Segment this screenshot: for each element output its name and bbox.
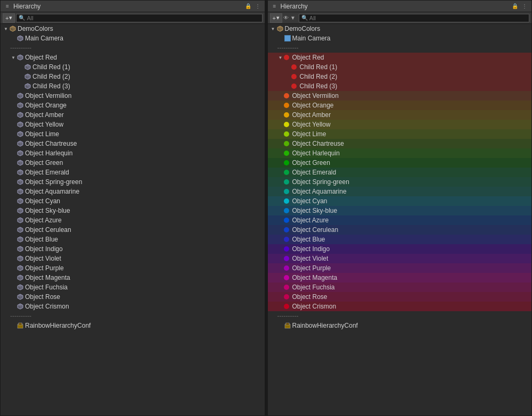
tree-item[interactable]: Child Red (1) (268, 62, 532, 72)
tree-item[interactable]: Object Crismon (1, 302, 265, 311)
tree-item[interactable]: Object Rose (268, 292, 532, 302)
cube-icon (24, 63, 31, 71)
expand-arrow[interactable] (277, 54, 284, 61)
tree-item[interactable]: Object Fuchsia (268, 282, 532, 292)
tree-item[interactable]: Object Orange (268, 101, 532, 110)
cube-icon (17, 130, 24, 138)
item-label: Object Crismon (25, 303, 69, 310)
cube-icon (17, 226, 24, 234)
right-menu-icon[interactable]: ≡ (271, 3, 279, 10)
tree-item[interactable]: Main Camera (268, 34, 532, 43)
tree-item[interactable]: Object Amber (268, 110, 532, 120)
tree-item[interactable]: Object Vermilion (1, 91, 265, 101)
tree-item[interactable]: Object Purple (268, 263, 532, 273)
color-dot-icon (284, 255, 291, 262)
item-label: Object Emerald (25, 169, 69, 176)
tree-item[interactable]: Object Vermilion (268, 91, 532, 101)
expand-arrow[interactable] (10, 54, 17, 61)
cube-icon (17, 264, 24, 272)
tree-item[interactable]: Object Amber (1, 110, 265, 120)
right-lock-icon[interactable]: 🔒 (511, 3, 519, 10)
tree-item[interactable]: Object Indigo (1, 244, 265, 254)
tree-item[interactable]: Child Red (2) (268, 72, 532, 81)
right-more-icon[interactable]: ⋮ (521, 3, 528, 10)
tree-item[interactable]: Object Violet (1, 254, 265, 263)
special-cube-icon (17, 322, 24, 329)
item-label: Child Red (1) (300, 63, 338, 71)
tree-item[interactable]: Object Azure (1, 215, 265, 225)
tree-item[interactable]: Object Violet (268, 254, 532, 263)
right-hierarchy-area: DemoColorsMain Camera----------Object Re… (268, 24, 532, 415)
cube-icon (17, 207, 24, 214)
tree-item[interactable]: Object Chartreuse (268, 139, 532, 148)
tree-item[interactable]: Object Blue (1, 235, 265, 244)
left-lock-icon[interactable]: 🔒 (244, 3, 252, 10)
tree-item[interactable]: Object Red (268, 53, 532, 62)
tree-item[interactable]: Child Red (2) (1, 72, 265, 81)
item-label: Object Cyan (292, 197, 328, 205)
tree-item[interactable]: Object Purple (1, 263, 265, 273)
tree-item[interactable]: Main Camera (1, 34, 265, 43)
tree-item[interactable]: Object Green (268, 158, 532, 168)
color-dot-icon (284, 188, 291, 195)
tree-item[interactable]: Object Green (1, 158, 265, 168)
expand-arrow[interactable] (3, 26, 9, 32)
tree-item[interactable]: Object Yellow (1, 120, 265, 129)
tree-item[interactable]: Object Lime (1, 129, 265, 139)
right-search-input[interactable] (309, 15, 527, 21)
tree-item[interactable]: Object Emerald (268, 168, 532, 177)
item-label: RainbowHierarchyConf (292, 322, 358, 329)
tree-item[interactable]: Object Rose (1, 292, 265, 302)
tree-item[interactable]: Object Cyan (268, 196, 532, 206)
tree-item[interactable]: Object Magenta (1, 273, 265, 282)
item-label: Object Green (292, 159, 330, 167)
eye-icon[interactable]: 👁 (283, 15, 289, 21)
right-search-box[interactable]: 🔍 (299, 14, 529, 22)
tree-item[interactable]: Object Azure (268, 215, 532, 225)
item-label: Object Rose (292, 293, 328, 301)
tree-item[interactable]: Object Lime (268, 129, 532, 139)
tree-item[interactable]: Object Aquamarine (1, 187, 265, 196)
tree-item[interactable]: Object Crismon (268, 302, 532, 311)
tree-item[interactable]: Object Blue (268, 235, 532, 244)
left-menu-icon[interactable]: ≡ (4, 3, 11, 10)
tree-item[interactable]: Object Orange (1, 101, 265, 110)
tree-item[interactable]: Child Red (3) (1, 81, 265, 91)
right-add-button[interactable]: + ▾ (270, 13, 282, 23)
tree-item[interactable]: DemoColors (1, 24, 265, 34)
filter-icon[interactable]: ▼ (290, 15, 296, 21)
tree-item[interactable]: Object Spring-green (1, 177, 265, 187)
tree-item[interactable]: Object Harlequin (1, 148, 265, 158)
cube-icon (17, 197, 24, 205)
tree-item[interactable]: Object Cyan (1, 196, 265, 206)
folder-icon (9, 25, 17, 32)
item-label: Object Sky-blue (25, 207, 70, 214)
tree-item[interactable]: Object Chartreuse (1, 139, 265, 148)
tree-item[interactable]: Child Red (3) (268, 81, 532, 91)
tree-item[interactable]: RainbowHierarchyConf (268, 321, 532, 330)
cube-icon (24, 73, 31, 80)
tree-item[interactable]: Object Sky-blue (1, 206, 265, 215)
tree-item[interactable]: Object Red (1, 53, 265, 62)
left-more-icon[interactable]: ⋮ (254, 3, 261, 10)
tree-item[interactable]: Object Yellow (268, 120, 532, 129)
tree-item[interactable]: Object Harlequin (268, 148, 532, 158)
tree-item[interactable]: Object Aquamarine (268, 187, 532, 196)
tree-item[interactable]: DemoColors (268, 24, 532, 34)
tree-item[interactable]: Object Indigo (268, 244, 532, 254)
item-label: Object Fuchsia (25, 284, 68, 291)
left-add-button[interactable]: + ▾ (3, 13, 15, 23)
tree-item[interactable]: Object Fuchsia (1, 282, 265, 292)
tree-item[interactable]: Child Red (1) (1, 62, 265, 72)
tree-item[interactable]: Object Cerulean (268, 225, 532, 235)
left-search-box[interactable]: 🔍 (16, 14, 262, 22)
expand-arrow[interactable] (270, 26, 276, 32)
item-label: Object Spring-green (292, 178, 349, 186)
tree-item[interactable]: Object Emerald (1, 168, 265, 177)
tree-item[interactable]: Object Cerulean (1, 225, 265, 235)
tree-item[interactable]: Object Sky-blue (268, 206, 532, 215)
tree-item[interactable]: Object Spring-green (268, 177, 532, 187)
left-search-input[interactable] (27, 15, 259, 21)
tree-item[interactable]: Object Magenta (268, 273, 532, 282)
tree-item[interactable]: RainbowHierarchyConf (1, 321, 265, 330)
